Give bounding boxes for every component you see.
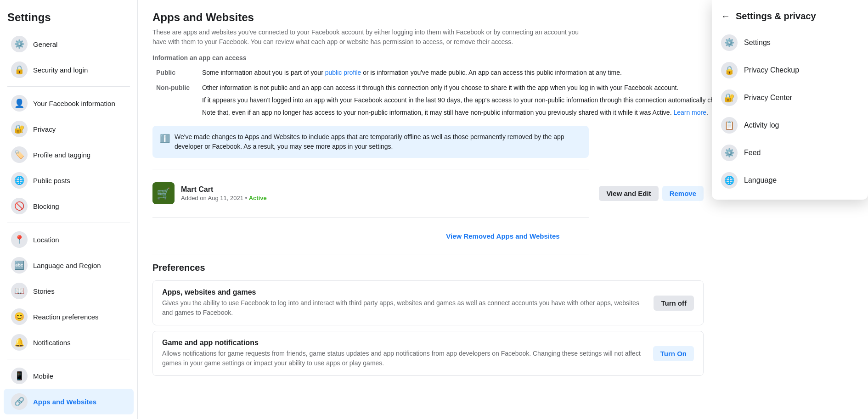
dropdown-label-privacy-center: Privacy Center <box>744 94 792 102</box>
dropdown-header: ← Settings & privacy <box>712 9 868 29</box>
view-removed-link[interactable]: View Removed Apps and Websites <box>152 225 853 247</box>
dropdown-label-language: Language <box>744 176 777 184</box>
pref-card-0: Apps, websites and games Gives you the a… <box>152 280 704 325</box>
remove-button[interactable]: Remove <box>662 186 704 201</box>
app-card: 🛒 Mart Cart Added on Aug 11, 2021 • Acti… <box>152 177 704 210</box>
sidebar-icon-stories: 📖 <box>11 283 28 299</box>
learn-more-link[interactable]: Learn more <box>673 109 706 116</box>
dropdown-icon-privacy-checkup: 🔒 <box>721 62 738 78</box>
sidebar-item-blocking[interactable]: 🚫 Blocking <box>4 193 134 219</box>
sidebar-label-notifications: Notifications <box>33 339 71 346</box>
sidebar-item-general[interactable]: ⚙️ General <box>4 31 134 57</box>
pref-desc-0: Gives you the ability to use Facebook to… <box>162 298 646 318</box>
sidebar-label-security: Security and login <box>33 66 88 74</box>
sidebar: Settings ⚙️ General 🔒 Security and login… <box>0 0 138 419</box>
sidebar-label-privacy: Privacy <box>33 125 56 133</box>
pref-card-1: Game and app notifications Allows notifi… <box>152 331 704 376</box>
sidebar-label-profile-tagging: Profile and tagging <box>33 151 90 159</box>
dropdown-icon-privacy-center: 🔐 <box>721 89 738 106</box>
pref-info-0: Apps, websites and games Gives you the a… <box>162 288 646 318</box>
sidebar-item-privacy[interactable]: 🔐 Privacy <box>4 116 134 142</box>
info-icon: ℹ️ <box>160 133 170 145</box>
sidebar-icon-location: 📍 <box>11 231 28 248</box>
dropdown-label-privacy-checkup: Privacy Checkup <box>744 66 799 74</box>
sidebar-item-language-region[interactable]: 🔤 Language and Region <box>4 252 134 278</box>
dropdown-title: Settings & privacy <box>736 11 816 22</box>
notice-text: We've made changes to Apps and Websites … <box>175 132 581 151</box>
dropdown-item-activity-log[interactable]: 📋 Activity log <box>712 112 868 139</box>
sidebar-divider <box>7 359 130 359</box>
sidebar-label-language-region: Language and Region <box>33 262 101 269</box>
back-button[interactable]: ← <box>721 11 730 22</box>
sidebar-icon-language-region: 🔤 <box>11 257 28 274</box>
sidebar-icon-mobile: 📱 <box>11 368 28 384</box>
page-description: These are apps and websites you've conne… <box>152 28 589 47</box>
sidebar-item-public-posts[interactable]: 🌐 Public posts <box>4 168 134 193</box>
divider-2 <box>152 217 589 218</box>
sidebar-label-general: General <box>33 40 57 48</box>
sidebar-label-mobile: Mobile <box>33 372 53 380</box>
sidebar-item-stories[interactable]: 📖 Stories <box>4 278 134 304</box>
sidebar-title: Settings <box>0 7 137 31</box>
app-meta: Added on Aug 11, 2021 • Active <box>181 195 592 201</box>
public-profile-link[interactable]: public profile <box>325 69 361 76</box>
dropdown-icon-settings: ⚙️ <box>721 34 738 51</box>
preferences-title: Preferences <box>152 263 853 273</box>
sidebar-icon-facebook-info: 👤 <box>11 95 28 112</box>
sidebar-item-notifications[interactable]: 🔔 Notifications <box>4 330 134 355</box>
sidebar-label-location: Location <box>33 236 59 244</box>
sidebar-item-facebook-info[interactable]: 👤 Your Facebook information <box>4 90 134 116</box>
pref-name-1: Game and app notifications <box>162 339 646 347</box>
sidebar-label-public-posts: Public posts <box>33 177 70 184</box>
dropdown-item-settings[interactable]: ⚙️ Settings <box>712 29 868 56</box>
pref-toggle-button-0[interactable]: Turn off <box>654 296 694 311</box>
sidebar-item-apps-websites[interactable]: 🔗 Apps and Websites <box>4 389 134 414</box>
dropdown-item-privacy-center[interactable]: 🔐 Privacy Center <box>712 84 868 112</box>
dropdown-label-settings: Settings <box>744 39 771 47</box>
sidebar-item-location[interactable]: 📍 Location <box>4 227 134 252</box>
divider-1 <box>152 169 589 169</box>
sidebar-icon-public-posts: 🌐 <box>11 172 28 189</box>
sidebar-icon-privacy: 🔐 <box>11 121 28 137</box>
sidebar-label-facebook-info: Your Facebook information <box>33 100 115 107</box>
settings-privacy-dropdown: ← Settings & privacy ⚙️ Settings 🔒 Priva… <box>712 0 868 200</box>
public-label: Public <box>152 65 198 80</box>
pref-desc-1: Allows notifications for game requests f… <box>162 349 646 368</box>
app-actions: View and Edit Remove <box>599 186 704 201</box>
sidebar-icon-security: 🔒 <box>11 61 28 78</box>
dropdown-icon-feed: ⚙️ <box>721 145 738 161</box>
notice-box: ℹ️ We've made changes to Apps and Websit… <box>152 126 589 158</box>
app-info: Mart Cart Added on Aug 11, 2021 • Active <box>181 185 592 201</box>
sidebar-label-stories: Stories <box>33 287 55 295</box>
sidebar-icon-apps-websites: 🔗 <box>11 393 28 410</box>
view-edit-button[interactable]: View and Edit <box>599 186 658 201</box>
app-logo: 🛒 <box>152 182 175 204</box>
pref-info-1: Game and app notifications Allows notifi… <box>162 339 646 368</box>
svg-text:🛒: 🛒 <box>157 187 170 200</box>
dropdown-item-feed[interactable]: ⚙️ Feed <box>712 139 868 167</box>
sidebar-label-reaction-preferences: Reaction preferences <box>33 313 99 321</box>
dropdown-icon-activity-log: 📋 <box>721 117 738 134</box>
dropdown-item-language[interactable]: 🌐 Language <box>712 167 868 194</box>
sidebar-item-security[interactable]: 🔒 Security and login <box>4 57 134 83</box>
non-public-label: Non-public <box>152 80 198 120</box>
sidebar-label-apps-websites: Apps and Websites <box>33 398 96 406</box>
sidebar-icon-notifications: 🔔 <box>11 334 28 351</box>
dropdown-item-privacy-checkup[interactable]: 🔒 Privacy Checkup <box>712 56 868 84</box>
sidebar-divider <box>7 223 130 223</box>
sidebar-icon-reaction-preferences: 😊 <box>11 308 28 325</box>
sidebar-item-business-integrations[interactable]: ⚙️ Business Integrations <box>4 414 134 419</box>
sidebar-item-profile-tagging[interactable]: 🏷️ Profile and tagging <box>4 142 134 168</box>
sidebar-divider <box>7 86 130 87</box>
sidebar-item-mobile[interactable]: 📱 Mobile <box>4 363 134 389</box>
pref-name-0: Apps, websites and games <box>162 288 646 296</box>
sidebar-icon-profile-tagging: 🏷️ <box>11 146 28 163</box>
dropdown-icon-language: 🌐 <box>721 172 738 189</box>
pref-toggle-button-1[interactable]: Turn On <box>653 346 694 361</box>
app-meta-separator: • <box>245 195 249 201</box>
sidebar-icon-blocking: 🚫 <box>11 198 28 214</box>
sidebar-label-blocking: Blocking <box>33 202 59 210</box>
sidebar-item-reaction-preferences[interactable]: 😊 Reaction preferences <box>4 304 134 330</box>
sidebar-icon-general: ⚙️ <box>11 36 28 52</box>
dropdown-label-feed: Feed <box>744 149 761 157</box>
